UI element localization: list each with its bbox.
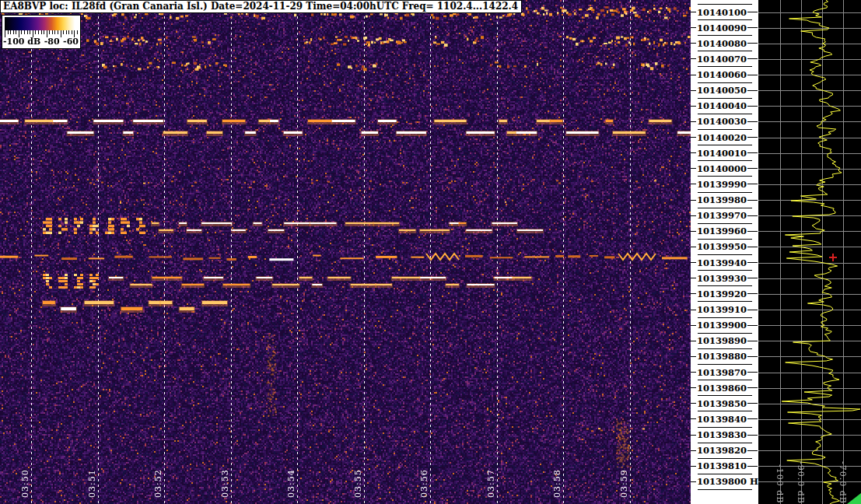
freq-minor-tick [698, 192, 752, 193]
freq-tick-row: 10140090 [691, 23, 758, 33]
freq-tick-row: 10140040 [691, 100, 758, 111]
freq-tick-row: 10139950 [691, 241, 758, 252]
freq-minor-tick [698, 489, 752, 490]
freq-tick-line [747, 106, 758, 107]
freq-label: 10139900 [696, 320, 747, 331]
freq-major-tick [691, 75, 696, 75]
freq-minor-tick [698, 208, 752, 208]
db-axis-label: -70.0 dB [838, 461, 848, 504]
freq-tick-row: 10139930 [691, 273, 758, 284]
time-label: 03:53 [220, 469, 230, 498]
freq-label: 10139920 [696, 289, 747, 299]
time-label: 03:58 [552, 469, 562, 498]
color-gradient-bar [5, 17, 78, 30]
freq-major-tick [691, 168, 696, 169]
freq-tick-line [747, 372, 758, 373]
freq-tick-row: 10139990 [691, 179, 758, 190]
freq-minor-tick [698, 317, 752, 318]
freq-label: 10139880 [696, 351, 747, 362]
time-label: 03:59 [619, 469, 629, 498]
freq-minor-tick [698, 160, 752, 161]
freq-major-tick [691, 106, 696, 107]
freq-major-tick [691, 215, 696, 216]
freq-minor-tick [698, 270, 752, 271]
freq-major-tick [691, 403, 696, 404]
freq-tick-line [747, 121, 758, 122]
time-label: 03:50 [20, 469, 30, 498]
freq-label: 10139840 [696, 414, 747, 425]
freq-tick-line [747, 387, 758, 388]
freq-label: 10139810 [696, 460, 747, 471]
freq-major-tick [691, 27, 696, 28]
freq-label: 10140030 [696, 116, 747, 127]
freq-tick-line [747, 403, 758, 404]
freq-tick-row: 10140080 [691, 38, 758, 49]
time-label: 03:57 [486, 469, 496, 498]
freq-major-tick [691, 200, 696, 201]
time-label: 03:55 [353, 469, 363, 498]
freq-tick-row: 10139880 [691, 351, 758, 362]
freq-major-tick [691, 278, 696, 278]
freq-label: 10140040 [696, 100, 747, 111]
freq-minor-tick [698, 458, 752, 459]
legend-label-min: -100 dB [3, 37, 40, 46]
freq-label: 10140090 [696, 23, 747, 33]
freq-tick-line [747, 325, 758, 326]
freq-label: 10139980 [696, 194, 747, 205]
time-label: 03:54 [286, 469, 296, 498]
freq-minor-tick [698, 443, 752, 443]
freq-minor-tick [698, 51, 752, 51]
freq-minor-tick [698, 333, 752, 334]
freq-major-tick [691, 152, 696, 153]
freq-major-tick [691, 435, 696, 436]
freq-tick-line [747, 231, 758, 232]
freq-label: 10139950 [696, 241, 747, 252]
freq-tick-row: 10139810 [691, 460, 758, 471]
freq-tick-row: 10139910 [691, 304, 758, 315]
freq-minor-tick [698, 114, 752, 114]
freq-label: 10140070 [696, 54, 747, 65]
freq-label: 10139970 [696, 210, 747, 221]
db-axis-label: -90.0 dB [796, 461, 806, 504]
freq-tick-row: 10140050 [691, 85, 758, 96]
freq-label: 10140060 [696, 69, 747, 80]
freq-label: 10139820 [696, 445, 747, 456]
freq-tick-line [747, 356, 758, 357]
freq-tick-row: 10139960 [691, 226, 758, 236]
freq-major-tick [691, 310, 696, 310]
legend-label-max: -60 [63, 37, 79, 46]
freq-tick-row: 10139840 [691, 414, 758, 425]
freq-minor-tick [698, 66, 752, 67]
freq-major-tick [691, 58, 696, 59]
time-label: 03:52 [153, 469, 163, 498]
freq-tick-row: 10140030 [691, 116, 758, 127]
time-label: 03:51 [87, 469, 97, 498]
freq-label: 10139870 [696, 367, 747, 378]
freq-minor-tick [698, 285, 752, 286]
freq-tick-row: 10139970 [691, 210, 758, 221]
freq-major-tick [691, 372, 696, 373]
freq-major-tick [691, 325, 696, 326]
freq-tick-line [747, 43, 758, 44]
freq-tick-line [747, 184, 758, 184]
frequency-scale: 1014010010140090101400801014007010140060… [691, 0, 758, 504]
freq-major-tick [691, 481, 696, 482]
freq-tick-row: 10140100 [691, 7, 758, 18]
freq-tick-line [747, 75, 758, 75]
freq-tick-line [747, 293, 758, 294]
freq-tick-line [747, 168, 758, 169]
freq-tick-row: 10140010 [691, 148, 758, 159]
freq-minor-tick [698, 254, 752, 255]
freq-tick-row: 10140000 [691, 163, 758, 174]
legend-label-mid: -80 [44, 37, 60, 46]
time-label: 03:56 [419, 469, 429, 498]
freq-label: 10140050 [696, 85, 747, 96]
freq-tick-row: 10139890 [691, 335, 758, 346]
freq-label: 10139850 [696, 398, 747, 409]
freq-minor-tick [698, 98, 752, 99]
freq-major-tick [691, 90, 696, 91]
freq-label: 10139830 [696, 429, 747, 440]
freq-tick-line [747, 152, 758, 153]
title-text: EA8BVP loc: IL28fd (Gran Canaria Isl.) D… [3, 1, 522, 12]
freq-minor-tick [698, 364, 752, 365]
